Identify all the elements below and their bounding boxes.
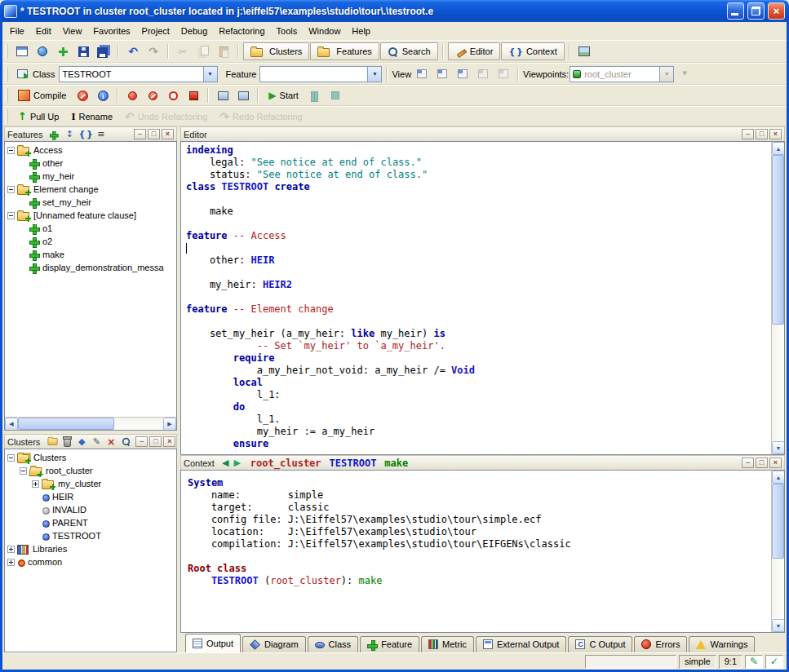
- scroll-thumb[interactable]: [772, 155, 784, 325]
- debug-tool-button-1[interactable]: [213, 86, 233, 105]
- title-bar[interactable]: * TESTROOT in cluster root_cluster locat…: [0, 0, 789, 22]
- save-all-button[interactable]: [94, 42, 113, 61]
- cluster-item-parent[interactable]: PARENT: [5, 516, 176, 529]
- scroll-thumb[interactable]: [772, 484, 784, 559]
- send-to-tool-button[interactable]: [12, 64, 32, 84]
- feature-item-my-heir[interactable]: my_heir: [5, 170, 176, 183]
- menu-debug[interactable]: Debug: [175, 24, 213, 38]
- view-option-button-1[interactable]: [412, 64, 432, 84]
- clusters-tool-button[interactable]: Clusters: [243, 42, 309, 60]
- minimize-button[interactable]: [727, 2, 744, 20]
- pause-button[interactable]: [305, 86, 325, 105]
- view-option-button-4[interactable]: [473, 64, 493, 84]
- rename-button[interactable]: I Rename: [65, 107, 118, 126]
- clusters-panel-header[interactable]: Clusters ◆ ✎ × – □ ×: [4, 434, 177, 449]
- view-option-button-3[interactable]: [453, 64, 472, 84]
- tab-errors[interactable]: Errors: [634, 636, 687, 652]
- editor-code[interactable]: indexing legal: "See notice at end of cl…: [186, 144, 771, 454]
- menu-file[interactable]: File: [4, 24, 30, 38]
- feature-item-set-my-heir[interactable]: set_my_heir: [5, 196, 176, 209]
- edit-mode-button[interactable]: ✎: [745, 655, 763, 669]
- feature-cross-tool-button[interactable]: [48, 128, 61, 140]
- tab-class[interactable]: Class: [308, 636, 359, 652]
- cluster-item-heir[interactable]: HEIR: [5, 490, 176, 503]
- scroll-down-button[interactable]: ▼: [772, 619, 785, 632]
- tab-warnings[interactable]: Warnings: [689, 636, 755, 652]
- scroll-track[interactable]: [772, 155, 784, 441]
- scroll-thumb[interactable]: [18, 418, 114, 430]
- feature-sort-button[interactable]: ↕: [63, 128, 76, 140]
- new-class-button[interactable]: [53, 42, 73, 61]
- tab-feature[interactable]: Feature: [360, 636, 419, 652]
- features-hscrollbar[interactable]: ◀ ▶: [5, 417, 176, 430]
- feature-item-unnamed-feature-clause[interactable]: [Unnamed feature clause]: [5, 209, 176, 222]
- editor-vscrollbar[interactable]: ▲ ▼: [771, 142, 784, 454]
- editor-tool-button[interactable]: Editor: [448, 42, 501, 60]
- editor-panel-header[interactable]: Editor – □ ×: [180, 126, 785, 141]
- feature-item-display-demonstration-messa[interactable]: display_demonstration_messa: [5, 261, 176, 274]
- tree-expander-icon[interactable]: [7, 559, 15, 566]
- start-button[interactable]: ▶ Start: [263, 86, 304, 105]
- remove-breakpoints-button[interactable]: [163, 86, 183, 105]
- feature-item-make[interactable]: make: [5, 248, 176, 261]
- feature-item-element-change[interactable]: Element change: [5, 183, 176, 196]
- copy-button[interactable]: [193, 42, 213, 61]
- tab-output[interactable]: Output: [185, 634, 241, 652]
- new-window-button[interactable]: [12, 42, 32, 61]
- feature-item-other[interactable]: other: [5, 157, 176, 170]
- scroll-up-button[interactable]: ▲: [772, 142, 785, 155]
- tree-expander-icon[interactable]: [7, 186, 15, 193]
- panel-minimize-button[interactable]: –: [742, 129, 754, 139]
- feature-combo[interactable]: ▼: [259, 66, 382, 82]
- panel-minimize-button[interactable]: –: [135, 436, 148, 447]
- compile-button[interactable]: Compile: [12, 86, 72, 105]
- cluster-search-button[interactable]: [119, 435, 132, 448]
- cluster-item-root-cluster[interactable]: root_cluster: [5, 464, 176, 477]
- feature-item-o2[interactable]: o2: [5, 235, 176, 248]
- feature-combo-dropdown[interactable]: ▼: [367, 67, 381, 82]
- scroll-left-button[interactable]: ◀: [5, 418, 18, 431]
- pull-up-button[interactable]: ↑ Pull Up: [12, 107, 64, 126]
- menu-view[interactable]: View: [57, 24, 88, 38]
- undo-refactoring-button[interactable]: ↶ Undo Refactoring: [119, 107, 213, 126]
- panel-maximize-button[interactable]: □: [149, 436, 162, 447]
- feature-list-button[interactable]: ≡: [95, 128, 108, 140]
- tree-expander-icon[interactable]: [7, 212, 15, 219]
- viewpoints-combo-dropdown[interactable]: ▼: [659, 67, 673, 82]
- navigate-back-button[interactable]: ◀: [220, 458, 230, 468]
- cluster-edit-button[interactable]: ✎: [90, 435, 103, 448]
- toolbar-grip[interactable]: [6, 109, 8, 124]
- cluster-item-my-cluster[interactable]: my_cluster: [5, 477, 176, 490]
- toolbar-grip[interactable]: [6, 67, 8, 82]
- cancel-compile-button[interactable]: [73, 86, 92, 105]
- scroll-down-button[interactable]: ▼: [772, 441, 785, 454]
- disable-breakpoints-button[interactable]: [143, 86, 162, 105]
- search-tool-button[interactable]: Search: [380, 42, 438, 60]
- stop-button[interactable]: [326, 86, 345, 105]
- menu-project[interactable]: Project: [136, 24, 175, 38]
- breadcrumb-item-root_cluster[interactable]: root_cluster: [250, 458, 321, 469]
- debug-tool-button-2[interactable]: [233, 86, 253, 105]
- paste-button[interactable]: [214, 42, 233, 61]
- class-combo-dropdown[interactable]: ▼: [203, 67, 217, 82]
- tree-expander-icon[interactable]: [7, 147, 15, 154]
- context-tool-button[interactable]: { } Context: [501, 42, 564, 60]
- navigate-forward-button[interactable]: ▶: [232, 458, 242, 468]
- ready-status-button[interactable]: ✓: [765, 655, 783, 669]
- panel-minimize-button[interactable]: –: [134, 129, 146, 139]
- panel-maximize-button[interactable]: □: [148, 129, 160, 139]
- tab-external-output[interactable]: External Output: [476, 636, 566, 652]
- feature-item-o1[interactable]: o1: [5, 222, 176, 235]
- context-vscrollbar[interactable]: ▲ ▼: [771, 471, 784, 632]
- menu-favorites[interactable]: Favorites: [87, 24, 135, 38]
- menu-window[interactable]: Window: [303, 24, 346, 38]
- cluster-item-clusters[interactable]: Clusters: [5, 451, 176, 464]
- redo-button[interactable]: ↷: [144, 42, 163, 61]
- tree-expander-icon[interactable]: [7, 546, 15, 553]
- menu-tools[interactable]: Tools: [271, 24, 304, 38]
- add-cluster-button[interactable]: [46, 435, 59, 448]
- save-button[interactable]: [73, 42, 93, 61]
- restore-button[interactable]: [747, 2, 765, 20]
- panel-close-button[interactable]: ×: [163, 436, 175, 447]
- ignore-breakpoints-button[interactable]: [184, 86, 203, 105]
